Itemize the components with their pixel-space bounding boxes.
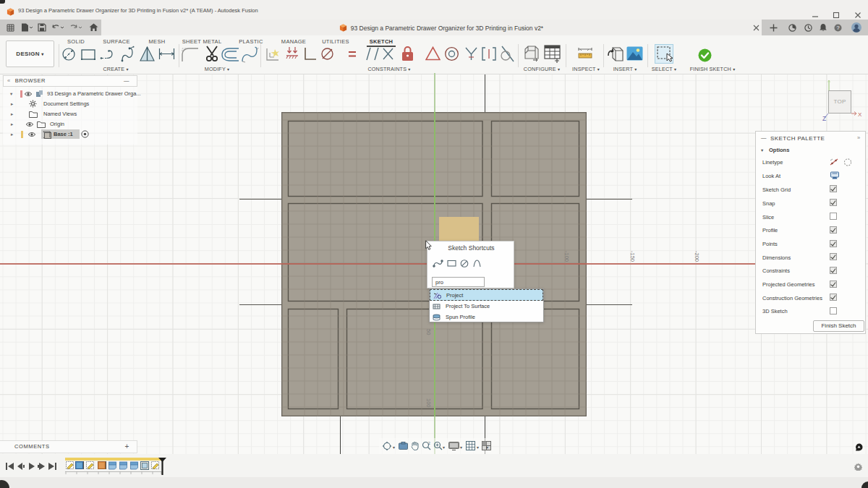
svg-text:?: ? xyxy=(836,25,839,31)
svg-text:Z: Z xyxy=(822,115,826,121)
svg-text:2: 2 xyxy=(428,441,430,445)
svg-text:X: X xyxy=(858,111,862,118)
